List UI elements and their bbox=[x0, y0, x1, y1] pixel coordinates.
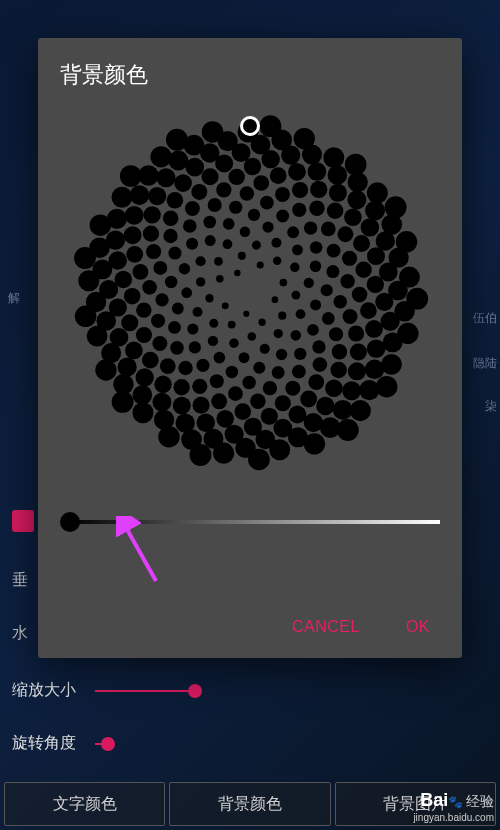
svg-point-77 bbox=[208, 198, 222, 212]
svg-point-112 bbox=[348, 326, 364, 342]
svg-point-19 bbox=[196, 277, 205, 286]
svg-point-223 bbox=[87, 326, 108, 347]
ok-button[interactable]: OK bbox=[406, 618, 430, 636]
svg-point-117 bbox=[355, 262, 371, 278]
svg-point-56 bbox=[203, 216, 216, 229]
selected-color-ring[interactable] bbox=[240, 116, 260, 136]
svg-point-131 bbox=[193, 397, 210, 414]
svg-point-28 bbox=[304, 278, 314, 288]
brightness-slider[interactable] bbox=[60, 512, 440, 532]
svg-point-222 bbox=[381, 354, 402, 375]
svg-point-122 bbox=[327, 202, 344, 219]
svg-point-8 bbox=[228, 321, 236, 329]
color-swatch-wheel[interactable] bbox=[65, 108, 435, 478]
svg-point-9 bbox=[238, 252, 246, 260]
svg-point-0 bbox=[243, 311, 249, 317]
svg-point-14 bbox=[214, 257, 223, 266]
svg-point-61 bbox=[168, 247, 181, 260]
svg-point-244 bbox=[75, 306, 97, 328]
svg-point-231 bbox=[78, 270, 99, 291]
svg-point-64 bbox=[229, 201, 242, 214]
svg-line-256 bbox=[124, 524, 156, 581]
svg-point-156 bbox=[329, 184, 347, 202]
svg-point-3 bbox=[222, 302, 229, 309]
svg-point-16 bbox=[209, 319, 218, 328]
svg-point-196 bbox=[333, 400, 353, 420]
svg-point-228 bbox=[132, 402, 153, 423]
cancel-button[interactable]: CANCEL bbox=[292, 618, 360, 636]
svg-point-103 bbox=[163, 210, 179, 226]
svg-point-120 bbox=[330, 362, 346, 378]
svg-point-66 bbox=[155, 293, 168, 306]
svg-point-75 bbox=[327, 244, 341, 258]
svg-point-26 bbox=[260, 344, 270, 354]
svg-point-136 bbox=[261, 408, 278, 425]
svg-point-137 bbox=[144, 206, 161, 223]
svg-point-209 bbox=[359, 380, 379, 400]
svg-point-232 bbox=[367, 182, 388, 203]
rotate-slider-thumb[interactable] bbox=[101, 737, 115, 751]
svg-point-27 bbox=[196, 256, 206, 266]
svg-point-7 bbox=[280, 279, 288, 287]
svg-point-42 bbox=[214, 352, 226, 364]
svg-point-2 bbox=[272, 296, 279, 303]
color-picker-dialog: 背景颜色 CANCEL OK bbox=[38, 38, 462, 658]
svg-point-81 bbox=[263, 381, 277, 395]
zoom-slider-track[interactable] bbox=[95, 690, 195, 692]
svg-point-100 bbox=[136, 302, 151, 317]
svg-point-33 bbox=[292, 245, 303, 256]
svg-point-237 bbox=[294, 128, 315, 149]
svg-point-101 bbox=[309, 201, 324, 216]
bg-fragment: 解 bbox=[8, 290, 20, 307]
svg-point-83 bbox=[340, 274, 354, 288]
svg-point-80 bbox=[292, 203, 306, 217]
svg-point-198 bbox=[365, 201, 385, 221]
svg-point-53 bbox=[165, 276, 177, 288]
svg-point-145 bbox=[174, 174, 192, 192]
svg-point-62 bbox=[326, 265, 339, 278]
svg-point-255 bbox=[166, 129, 188, 151]
svg-point-227 bbox=[399, 267, 420, 288]
tab-text-color[interactable]: 文字颜色 bbox=[4, 782, 165, 826]
svg-point-23 bbox=[296, 309, 306, 319]
svg-point-6 bbox=[216, 275, 224, 283]
svg-point-47 bbox=[253, 362, 265, 374]
bg-fragment: 柒 bbox=[485, 398, 497, 415]
svg-point-29 bbox=[208, 336, 218, 346]
svg-point-142 bbox=[115, 271, 132, 288]
svg-point-21 bbox=[229, 338, 239, 348]
svg-point-57 bbox=[322, 312, 335, 325]
svg-point-93 bbox=[275, 187, 290, 202]
zoom-slider-thumb[interactable] bbox=[188, 684, 202, 698]
tab-bg-color[interactable]: 背景颜色 bbox=[169, 782, 330, 826]
svg-point-148 bbox=[288, 163, 306, 181]
svg-point-115 bbox=[275, 395, 291, 411]
svg-point-45 bbox=[172, 303, 184, 315]
svg-point-132 bbox=[202, 168, 219, 185]
svg-point-32 bbox=[181, 287, 192, 298]
svg-point-37 bbox=[187, 323, 198, 334]
svg-point-22 bbox=[223, 239, 233, 249]
brightness-thumb[interactable] bbox=[60, 512, 80, 532]
svg-point-128 bbox=[300, 391, 317, 408]
svg-point-243 bbox=[376, 376, 398, 398]
svg-point-10 bbox=[278, 312, 286, 320]
svg-point-169 bbox=[308, 162, 327, 181]
checkbox[interactable] bbox=[12, 510, 34, 532]
svg-point-11 bbox=[205, 294, 213, 302]
svg-point-95 bbox=[146, 244, 161, 259]
svg-point-149 bbox=[289, 406, 307, 424]
svg-point-144 bbox=[216, 410, 234, 428]
svg-point-130 bbox=[353, 235, 370, 252]
svg-point-164 bbox=[361, 218, 379, 236]
svg-point-91 bbox=[343, 309, 358, 324]
svg-point-143 bbox=[344, 208, 362, 226]
svg-point-250 bbox=[260, 115, 282, 137]
svg-point-82 bbox=[163, 229, 177, 243]
svg-point-113 bbox=[136, 327, 152, 343]
svg-point-154 bbox=[348, 362, 366, 380]
svg-point-150 bbox=[124, 226, 142, 244]
svg-point-127 bbox=[270, 167, 287, 184]
svg-point-12 bbox=[273, 257, 281, 265]
svg-point-234 bbox=[150, 146, 171, 167]
